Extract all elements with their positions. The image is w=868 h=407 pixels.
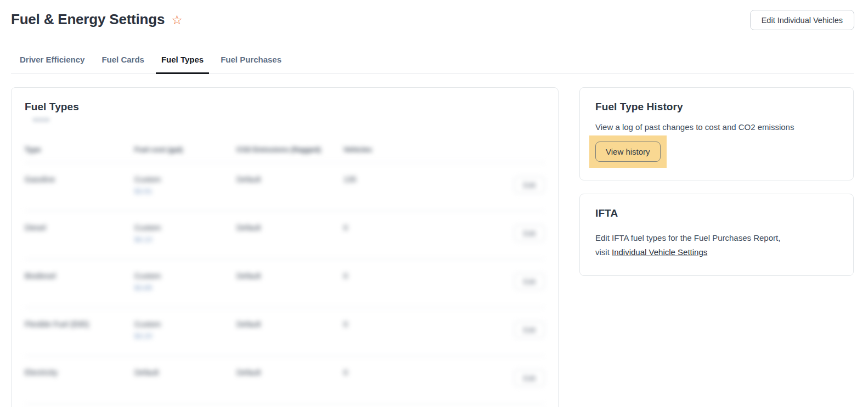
vehicles-cell: 135 bbox=[343, 175, 497, 184]
page-title-row: Fuel & Energy Settings ☆ bbox=[11, 11, 854, 28]
column-header-type: Type bbox=[25, 145, 134, 154]
table-row: Biodiesel Custom $3.85 Default 0 Edit bbox=[25, 259, 545, 308]
tab-fuel-purchases[interactable]: Fuel Purchases bbox=[215, 52, 287, 74]
column-header-vehicles: Vehicles bbox=[343, 145, 497, 154]
ifta-description-line2-prefix: visit bbox=[595, 247, 612, 257]
tab-fuel-cards[interactable]: Fuel Cards bbox=[96, 52, 150, 74]
fuel-type-history-card: Fuel Type History View a log of past cha… bbox=[579, 87, 854, 180]
fuel-cost-link[interactable]: $3.20 bbox=[134, 332, 153, 340]
fuel-cost-link[interactable]: $3.85 bbox=[134, 284, 153, 292]
emissions-cell: Default bbox=[236, 175, 343, 184]
emissions-cell: Default bbox=[236, 223, 343, 232]
fuel-cost-value: Custom bbox=[134, 272, 161, 280]
ifta-title: IFTA bbox=[595, 207, 838, 219]
fuel-cost-cell: Custom $3.85 bbox=[134, 272, 236, 292]
emissions-cell: Default bbox=[236, 368, 343, 377]
main-content: Fuel Types Type Fuel cost (gal) CO2 Emis… bbox=[11, 87, 854, 407]
row-edit-button[interactable]: Edit bbox=[514, 177, 545, 193]
fuel-type-cell: Flexible Fuel (E85) bbox=[25, 320, 134, 329]
fuel-cost-cell: Default bbox=[134, 368, 236, 377]
table-row: Gasoline Custom $3.91 Default 135 Edit bbox=[25, 163, 545, 211]
column-header-emissions: CO2 Emissions (flagged) bbox=[236, 145, 343, 154]
column-header-fuel-cost: Fuel cost (gal) bbox=[134, 145, 236, 154]
fuel-type-history-description: View a log of past changes to cost and C… bbox=[595, 122, 838, 132]
fuel-cost-cell: Custom $4.10 bbox=[134, 223, 236, 244]
fuel-cost-link[interactable]: $4.10 bbox=[134, 235, 153, 244]
row-edit-button[interactable]: Edit bbox=[514, 225, 545, 241]
fuel-cost-cell: Custom $3.91 bbox=[134, 175, 236, 195]
vehicles-cell: 0 bbox=[343, 368, 497, 377]
vehicles-cell: 0 bbox=[343, 320, 497, 329]
fuel-types-card-title: Fuel Types bbox=[25, 101, 545, 113]
individual-vehicle-settings-link[interactable]: Individual Vehicle Settings bbox=[612, 247, 707, 257]
favorite-star-icon[interactable]: ☆ bbox=[171, 14, 183, 26]
page-header: Fuel & Energy Settings ☆ Edit Individual… bbox=[0, 0, 868, 39]
fuel-cost-value: Default bbox=[134, 368, 159, 377]
ifta-description: Edit IFTA fuel types for the Fuel Purcha… bbox=[595, 231, 838, 259]
edit-individual-vehicles-button[interactable]: Edit Individual Vehicles bbox=[750, 10, 854, 30]
tab-fuel-types[interactable]: Fuel Types bbox=[156, 52, 209, 74]
redacted-subtext bbox=[32, 117, 50, 122]
fuel-cost-value: Custom bbox=[134, 223, 161, 232]
vehicles-cell: 0 bbox=[343, 272, 497, 280]
ifta-card: IFTA Edit IFTA fuel types for the Fuel P… bbox=[579, 194, 854, 276]
fuel-cost-link[interactable]: $3.91 bbox=[134, 187, 153, 195]
row-edit-button[interactable]: Edit bbox=[514, 273, 545, 290]
fuel-cost-cell: Custom $3.20 bbox=[134, 320, 236, 340]
fuel-type-cell: Electricity bbox=[25, 368, 134, 377]
tabs-bar: Driver Efficiency Fuel Cards Fuel Types … bbox=[11, 52, 854, 74]
view-history-button[interactable]: View history bbox=[595, 142, 661, 162]
fuel-type-cell: Diesel bbox=[25, 223, 134, 232]
right-column: Fuel Type History View a log of past cha… bbox=[579, 87, 854, 276]
row-edit-button[interactable]: Edit bbox=[514, 321, 545, 338]
fuel-type-cell: Gasoline bbox=[25, 175, 134, 184]
fuel-cost-value: Custom bbox=[134, 320, 161, 329]
ifta-description-line1: Edit IFTA fuel types for the Fuel Purcha… bbox=[595, 233, 780, 242]
row-edit-button[interactable]: Edit bbox=[514, 370, 545, 386]
tutorial-highlight: View history bbox=[589, 135, 667, 168]
table-row: Diesel Custom $4.10 Default 0 Edit bbox=[25, 211, 545, 259]
emissions-cell: Default bbox=[236, 272, 343, 280]
fuel-type-cell: Biodiesel bbox=[25, 272, 134, 280]
fuel-types-card: Fuel Types Type Fuel cost (gal) CO2 Emis… bbox=[11, 87, 559, 407]
vehicles-cell: 0 bbox=[343, 223, 497, 232]
table-row: Electricity Default Default 0 Edit bbox=[25, 356, 545, 404]
table-header-row: Type Fuel cost (gal) CO2 Emissions (flag… bbox=[25, 145, 545, 163]
fuel-types-table: Type Fuel cost (gal) CO2 Emissions (flag… bbox=[25, 145, 545, 404]
fuel-cost-value: Custom bbox=[134, 175, 161, 184]
page-title: Fuel & Energy Settings bbox=[11, 11, 165, 28]
tab-driver-efficiency[interactable]: Driver Efficiency bbox=[14, 52, 90, 74]
table-row: Flexible Fuel (E85) Custom $3.20 Default… bbox=[25, 308, 545, 356]
emissions-cell: Default bbox=[236, 320, 343, 329]
fuel-type-history-title: Fuel Type History bbox=[595, 101, 838, 113]
